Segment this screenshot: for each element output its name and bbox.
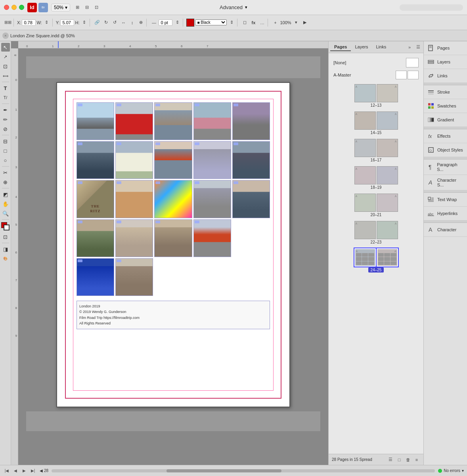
first-page-btn[interactable]: |◀ [3,467,10,474]
photo-cell-0[interactable] [77,102,114,140]
stroke-weight-input[interactable] [159,19,172,26]
photo-cell-9[interactable] [232,141,270,179]
zoom-menu-icon[interactable]: ▾ [292,19,300,27]
rect-tool[interactable]: □ [1,146,10,155]
photo-cell-8[interactable] [193,141,231,179]
rp-item-paragraph-styles[interactable]: ¶Paragraph S... [424,159,467,175]
photo-cell-13[interactable] [193,180,231,218]
spread-item-18-19[interactable]: AA18–19 [332,166,420,190]
panel-menu-icon[interactable]: ☰ [415,44,422,51]
spread-item-24-25[interactable]: AA24–25 [332,248,420,273]
prev-page-btn[interactable]: ◀ [12,467,19,474]
free-transform-tool[interactable]: ⊕ [1,178,10,186]
photo-cell-12[interactable] [154,180,192,218]
color-stepper[interactable]: ⇕ [228,19,235,27]
photo-cell-16[interactable] [115,219,153,257]
flip-v-icon[interactable]: ↕ [128,19,136,27]
delete-page-icon[interactable]: 🗑 [404,456,411,463]
maximize-button[interactable] [19,5,24,10]
spread-item-12-13[interactable]: AA12–13 [332,84,420,107]
apply-color-icon[interactable]: 🎨 [1,254,10,263]
scrollbar-horizontal[interactable] [52,469,435,472]
photo-cell-15[interactable] [77,219,114,257]
rp-item-links[interactable]: Links [424,69,467,83]
photo-cell-11[interactable] [115,180,153,218]
pen-tool[interactable]: ✒ [1,106,10,114]
forward-icon[interactable]: ▶ [301,19,309,27]
preview-mode-icon[interactable]: ◨ [1,245,10,253]
next-page-btn[interactable]: ▶| [29,467,36,474]
minimize-button[interactable] [11,5,17,10]
page-tool[interactable]: ⊡ [1,62,10,71]
gap-tool[interactable]: ⟺ [1,71,10,80]
photo-cell-18[interactable] [193,219,231,257]
rp-item-pages[interactable]: Pages [424,41,467,55]
display-btn[interactable]: ⊡ [92,4,100,12]
fx-icon[interactable]: fx [249,19,257,27]
direct-select-tool[interactable]: ↗ [1,52,10,61]
rp-item-hyperlinks[interactable]: abcHyperlinks [424,207,467,221]
select-tool[interactable]: ↖ [1,43,10,52]
photo-cell-7[interactable] [154,141,192,179]
panel-tab-forward[interactable]: » [406,44,413,51]
arrange-btn[interactable]: ⊟ [83,4,91,12]
flip-h-icon[interactable]: ↔ [119,19,127,27]
type-tool[interactable]: T [1,84,10,92]
more-options-icon[interactable]: … [258,19,266,27]
photo-cell-5[interactable] [77,141,114,179]
constrain-icon[interactable]: 🔗 [93,19,101,27]
view-options-btn[interactable]: ⊞ [73,4,81,12]
pencil-tool[interactable]: ✏ [1,115,10,124]
rp-item-object-styles[interactable]: OObject Styles [424,143,467,157]
canvas-content[interactable]: THE RITZ London 2019 © 2019 Wendy G. Gun… [18,48,328,465]
type-path-tool[interactable]: T/ [1,93,10,102]
photo-cell-17[interactable] [154,219,192,257]
photo-cell-6[interactable] [115,141,153,179]
close-button[interactable] [4,5,9,10]
ellipse-tool[interactable]: ○ [1,156,10,165]
photo-cell-14[interactable] [232,180,270,218]
h-stepper[interactable]: ⇕ [80,19,88,27]
spread-item-20-21[interactable]: AA20–21 [332,194,420,217]
tab-links[interactable]: Links [372,43,390,51]
photo-cell-10[interactable]: THE RITZ [77,180,114,218]
search-input[interactable] [400,4,463,11]
photo-cell-19[interactable] [232,219,270,257]
rect-frame-tool[interactable]: ⊟ [1,137,10,146]
master-thumb-left[interactable] [396,71,407,79]
view-mode-icon[interactable]: ⊡ [1,232,10,241]
grid-toggle-btn[interactable]: ⊞⊞ [4,19,12,27]
y-input[interactable] [60,19,74,26]
photo-cell-1[interactable] [115,102,153,140]
photo-store[interactable] [115,258,153,296]
x-input[interactable] [22,19,36,26]
photo-bottles[interactable] [77,258,114,296]
photo-cell-2[interactable] [154,102,192,140]
new-page-icon[interactable]: □ [396,456,403,463]
tab-close-btn[interactable]: × [2,33,9,39]
rp-item-effects[interactable]: fxEffects [424,129,467,143]
rp-item-character[interactable]: ACharacter [424,223,467,237]
status-chevron[interactable]: ▾ [462,468,464,473]
stroke-stepper[interactable]: ⇕ [173,19,181,27]
eraser-tool[interactable]: ⊘ [1,125,10,133]
play-btn[interactable]: ▶ [21,467,28,474]
master-thumb-right[interactable] [408,71,419,79]
spread-item-14-15[interactable]: AA14–15 [332,111,420,135]
rp-item-text-wrap[interactable]: Text Wrap [424,193,467,207]
zoom-tool[interactable]: 🔍 [1,209,10,218]
tab-pages[interactable]: Pages [330,43,351,51]
spread-item-22-23[interactable]: AA22–23 [332,221,420,244]
rp-item-stroke[interactable]: Stroke [424,85,467,99]
new-master-icon[interactable]: ☰ [387,456,394,463]
rotate-ccw-icon[interactable]: ↺ [111,19,119,27]
hand-tool[interactable]: ✋ [1,200,10,208]
fill-color[interactable] [186,19,194,27]
rp-item-swatches[interactable]: Swatches [424,99,467,113]
color-select[interactable]: ■ Black [195,19,227,25]
stroke-indicator[interactable] [4,225,10,230]
rp-item-layers[interactable]: Layers [424,55,467,69]
rp-item-gradient[interactable]: Gradient [424,113,467,127]
pages-content[interactable]: [None] A-Master AA12–13AA14–15AA16–17AA1… [329,53,423,454]
adv-chevron[interactable]: ▾ [245,5,247,10]
